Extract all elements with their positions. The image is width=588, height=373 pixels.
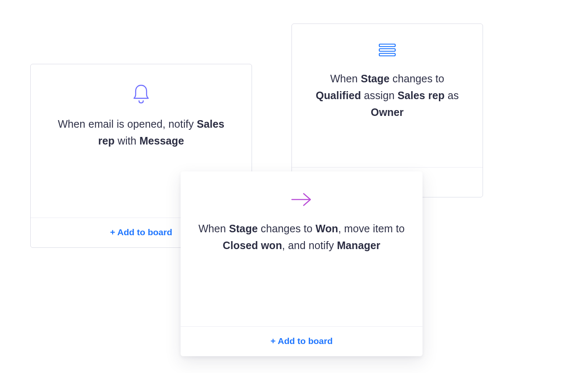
card-body: When Stage changes to Qualified assign S… bbox=[292, 24, 483, 167]
list-icon bbox=[378, 37, 396, 64]
svg-rect-1 bbox=[379, 49, 395, 51]
bell-icon bbox=[132, 80, 150, 108]
add-to-board-button[interactable]: + Add to board bbox=[270, 336, 333, 346]
arrow-right-icon bbox=[289, 186, 314, 213]
card-footer: + Add to board bbox=[181, 326, 423, 356]
add-to-board-button[interactable]: + Add to board bbox=[110, 227, 172, 237]
automation-cards-stage: When email is opened, notify Sales rep w… bbox=[0, 0, 588, 373]
svg-rect-0 bbox=[379, 44, 395, 47]
automation-card-stage-won[interactable]: When Stage changes to Won, move item to … bbox=[181, 171, 423, 356]
automation-rule-text: When Stage changes to Qualified assign S… bbox=[310, 70, 465, 121]
card-body: When Stage changes to Won, move item to … bbox=[181, 171, 423, 326]
automation-rule-text: When Stage changes to Won, move item to … bbox=[198, 220, 405, 254]
svg-rect-2 bbox=[379, 53, 395, 56]
automation-rule-text: When email is opened, notify Sales rep w… bbox=[48, 116, 234, 149]
